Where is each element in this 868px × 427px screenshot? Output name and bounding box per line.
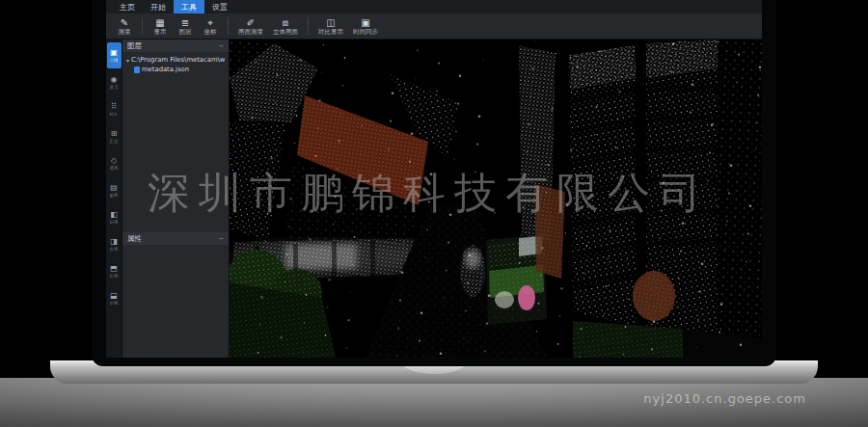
list-icon: ≣	[181, 17, 189, 28]
toolbar-separator	[142, 17, 143, 35]
layers-panel-title: 图层	[127, 41, 142, 51]
toolbar-label: 画面测量	[238, 29, 263, 36]
properties-panel-body	[122, 245, 229, 358]
tab-tools[interactable]: 工具	[174, 0, 204, 13]
toolbar-separator	[308, 17, 309, 35]
toolbar-label: 图层	[179, 29, 192, 36]
viewport-3d[interactable]	[230, 40, 762, 358]
json-file-icon	[134, 67, 140, 73]
side-tool-roam[interactable]: ◉ 显示	[107, 69, 122, 95]
perspective-icon: ◇	[111, 156, 117, 165]
properties-panel-header: 属性 −	[122, 232, 229, 245]
front-view-icon: ◧	[110, 210, 118, 219]
layers-tree: ▾ C:\Program Files\metacam\works... meta…	[122, 52, 229, 232]
tab-settings[interactable]: 设置	[204, 0, 235, 13]
side-tool-edl[interactable]: ⠿ EDL	[107, 96, 122, 122]
right-view-icon: ⬒	[110, 264, 118, 273]
layers-panel-header: 图层 −	[122, 40, 229, 52]
caret-down-icon[interactable]: ▾	[126, 57, 129, 64]
side-toolbar: ▣ 二维 ◉ 显示 ⠿ EDL ⊞ 正交	[106, 40, 122, 358]
toolbar-button-stereo-view[interactable]: ⧈ 立体画面	[268, 13, 303, 39]
toolbar-button-coordinates[interactable]: ⌖ 坐标	[198, 13, 223, 39]
side-tool-right-view[interactable]: ⬒ 右视	[107, 258, 122, 284]
back-view-icon: ⬓	[110, 291, 118, 300]
tree-item-label: C:\Program Files\metacam\works...	[131, 56, 225, 64]
toolbar-separator	[228, 17, 229, 35]
toolbar-label: 立体画面	[273, 29, 298, 36]
side-tool-back-view[interactable]: ⬓ 后视	[107, 285, 122, 311]
eye-icon: ◉	[111, 75, 118, 84]
toolbar-label: 对比显示	[318, 29, 343, 36]
toolbar-button-measure[interactable]: ✎ 测量	[112, 13, 137, 39]
top-view-icon: ▤	[110, 183, 118, 192]
app-window: 主页 开始 工具 设置 ✎ 测量 ▦ 显示 ≣ 图层	[106, 0, 762, 358]
side-tool-top-view[interactable]: ▤ 俯视	[107, 177, 122, 203]
pencil-icon: ✎	[121, 17, 128, 28]
app-body: ▣ 二维 ◉ 显示 ⠿ EDL ⊞ 正交	[106, 40, 762, 358]
tab-start[interactable]: 开始	[143, 0, 174, 13]
side-tool-ortho[interactable]: ⊞ 正交	[107, 123, 122, 149]
left-view-icon: ◨	[110, 237, 118, 246]
split-icon: ◫	[326, 17, 335, 28]
frames-icon: ▣	[361, 17, 369, 28]
grid-icon: ▦	[155, 17, 164, 28]
dots-icon: ⠿	[111, 102, 117, 111]
toolbar-label: 测量	[119, 29, 131, 36]
menubar: 主页 开始 工具 设置	[106, 0, 762, 13]
toolbar: ✎ 测量 ▦ 显示 ≣ 图层 ⌖ 坐标 ✐	[106, 13, 762, 40]
tree-item-label: metadata.json	[142, 66, 189, 73]
toolbar-button-layers[interactable]: ≣ 图层	[173, 13, 198, 39]
side-tool-2d-view[interactable]: ▣ 二维	[107, 42, 122, 68]
tab-home[interactable]: 主页	[112, 0, 143, 13]
ortho-icon: ⊞	[111, 129, 118, 138]
point-cloud-scene	[230, 40, 762, 358]
pen-icon: ✐	[247, 17, 255, 28]
laptop-scene: 主页 开始 工具 设置 ✎ 测量 ▦ 显示 ≣ 图层	[0, 0, 868, 427]
toolbar-label: 坐标	[204, 29, 217, 36]
properties-panel-title: 属性	[127, 234, 142, 244]
collapse-icon[interactable]: −	[218, 235, 224, 243]
toolbar-label: 时间同步	[353, 29, 378, 36]
toolbar-button-frame-measure[interactable]: ✐ 画面测量	[233, 13, 268, 39]
2d-view-icon: ▣	[110, 48, 118, 57]
side-tool-front-view[interactable]: ◧ 前视	[107, 204, 122, 230]
toolbar-label: 显示	[154, 29, 167, 36]
pin-icon: ⌖	[207, 17, 213, 28]
collapse-icon[interactable]: −	[218, 42, 224, 50]
dock-panels: 图层 − ▾ C:\Program Files\metacam\works...…	[122, 40, 230, 358]
toolbar-button-time-sync[interactable]: ▣ 时间同步	[348, 13, 383, 39]
laptop-screen: 主页 开始 工具 设置 ✎ 测量 ▦ 显示 ≣ 图层	[92, 0, 776, 366]
side-tool-left-view[interactable]: ◨ 左视	[107, 231, 122, 257]
laptop-base	[0, 378, 868, 427]
side-tool-perspective[interactable]: ◇ 透视	[107, 150, 122, 176]
toolbar-button-compare-view[interactable]: ◫ 对比显示	[313, 13, 348, 39]
tree-item-metadata[interactable]: metadata.json	[124, 65, 227, 74]
tree-item-workspace[interactable]: ▾ C:\Program Files\metacam\works...	[124, 55, 227, 65]
cube-icon: ⧈	[283, 17, 288, 28]
toolbar-button-display[interactable]: ▦ 显示	[148, 13, 173, 39]
